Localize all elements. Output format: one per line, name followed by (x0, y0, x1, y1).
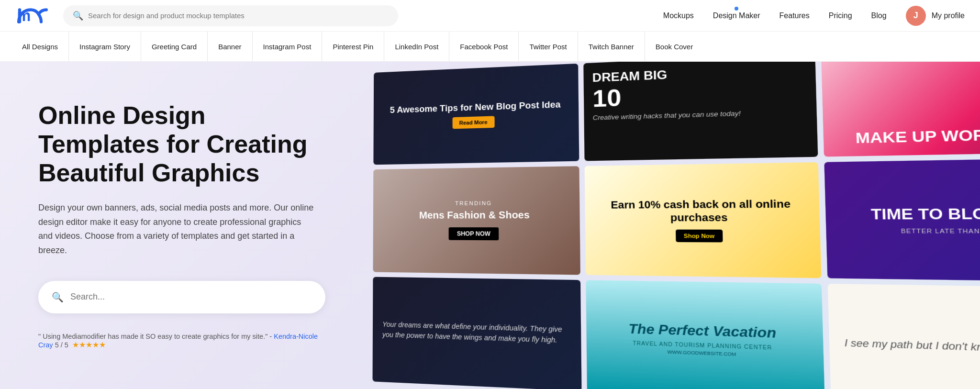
new-badge-dot (735, 7, 738, 11)
card-blog-tips-title: 5 Awesome Tips for New Blog Post Idea (390, 100, 561, 115)
avatar: J (906, 6, 926, 26)
cat-banner[interactable]: Banner (208, 32, 252, 61)
hero-section: Online Design Templates for Creating Bea… (0, 62, 980, 389)
card-blossom-title: TIME TO BLOSSOM (870, 205, 980, 223)
testimonial-rating: 5 / 5 (55, 341, 68, 349)
card-path-text: I see my path but I don't know where it … (844, 336, 980, 358)
hero-title: Online Design Templates for Creating Bea… (38, 101, 325, 187)
card-path: I see my path but I don't know where it … (827, 284, 980, 389)
card-blog-tips-btn: Read More (452, 116, 494, 129)
hero-search-icon: 🔍 (52, 291, 64, 303)
cat-book-cover[interactable]: Book Cover (645, 32, 703, 61)
testimonial-stars: ★★★★★ (72, 341, 106, 349)
card-makeup: MAKE UP WORKSHOP (821, 62, 980, 156)
cat-instagram-post[interactable]: Instagram Post (253, 32, 323, 61)
testimonial-quote: " Using Mediamodifier has made it SO eas… (38, 333, 272, 340)
hero-subtitle: Design your own banners, ads, social med… (38, 201, 316, 258)
cat-facebook-post[interactable]: Facebook Post (449, 32, 519, 61)
cards-grid: 5 Awesome Tips for New Blog Post Idea Re… (364, 62, 980, 389)
cat-instagram-story[interactable]: Instagram Story (69, 32, 141, 61)
cards-collage: 5 Awesome Tips for New Blog Post Idea Re… (364, 62, 980, 389)
search-icon: 🔍 (73, 11, 83, 21)
profile-section[interactable]: J My profile (906, 6, 965, 26)
logo[interactable]: m (15, 6, 50, 25)
hero-search-input[interactable] (70, 292, 312, 302)
profile-label: My profile (932, 11, 965, 20)
card-blossom: TIME TO BLOSSOM BETTER LATE THAN NEVER (824, 157, 980, 282)
category-navigation: All Designs Instagram Story Greeting Car… (0, 32, 980, 62)
card-makeup-text: MAKE UP WORKSHOP (855, 124, 980, 147)
card-vacation-url: WWW.GOODWEBSITE.COM (667, 349, 736, 357)
cat-all-designs[interactable]: All Designs (11, 32, 69, 61)
card-dream-big: DREAM BIG 10 Creative writing hacks that… (584, 62, 818, 161)
nav-design-maker[interactable]: Design Maker (713, 11, 760, 20)
card-quote-text: Your dreams are what define your individ… (382, 319, 570, 346)
top-search-bar[interactable]: 🔍 (63, 5, 398, 26)
card-vacation: The Perfect Vacation TRAVEL AND TOURISM … (586, 280, 825, 389)
card-vacation-sub: TRAVEL AND TOURISM PLANNING CENTER (633, 340, 772, 351)
card-cashback: Earn 10% cash back on all online purchas… (585, 162, 821, 278)
hero-content: Online Design Templates for Creating Bea… (0, 62, 364, 389)
card-cashback-btn: Shop Now (676, 230, 723, 243)
card-fashion-label: TRENDING (455, 200, 492, 207)
card-blog-tips: 5 Awesome Tips for New Blog Post Idea Re… (373, 64, 579, 165)
cat-twitter-post[interactable]: Twitter Post (519, 32, 578, 61)
cat-greeting-card[interactable]: Greeting Card (141, 32, 208, 61)
card-cashback-text: Earn 10% cash back on all online purchas… (594, 197, 810, 224)
card-quote: Your dreams are what define your individ… (372, 277, 581, 389)
nav-blog[interactable]: Blog (871, 11, 887, 20)
top-search-input[interactable] (88, 11, 389, 20)
nav-links: Mockups Design Maker Features Pricing Bl… (663, 11, 887, 20)
nav-mockups[interactable]: Mockups (663, 11, 694, 20)
hero-search-bar[interactable]: 🔍 (38, 281, 325, 313)
svg-text:m: m (17, 7, 31, 24)
nav-features[interactable]: Features (780, 11, 810, 20)
nav-pricing[interactable]: Pricing (829, 11, 852, 20)
cat-linkedin-post[interactable]: LinkedIn Post (384, 32, 449, 61)
card-fashion-title: Mens Fashion & Shoes (419, 209, 530, 222)
testimonial: " Using Mediamodifier has made it SO eas… (38, 333, 325, 349)
card-blossom-tagline: BETTER LATE THAN NEVER (901, 228, 980, 234)
cat-pinterest-pin[interactable]: Pinterest Pin (322, 32, 384, 61)
top-navigation: m 🔍 Mockups Design Maker Features Pricin… (0, 0, 980, 32)
card-vacation-title: The Perfect Vacation (628, 321, 776, 341)
card-fashion-btn: SHOP NOW (449, 228, 499, 241)
card-fashion: TRENDING Mens Fashion & Shoes SHOP NOW (373, 166, 580, 275)
hero-collage: 5 Awesome Tips for New Blog Post Idea Re… (364, 62, 980, 389)
cat-twitch-banner[interactable]: Twitch Banner (578, 32, 645, 61)
